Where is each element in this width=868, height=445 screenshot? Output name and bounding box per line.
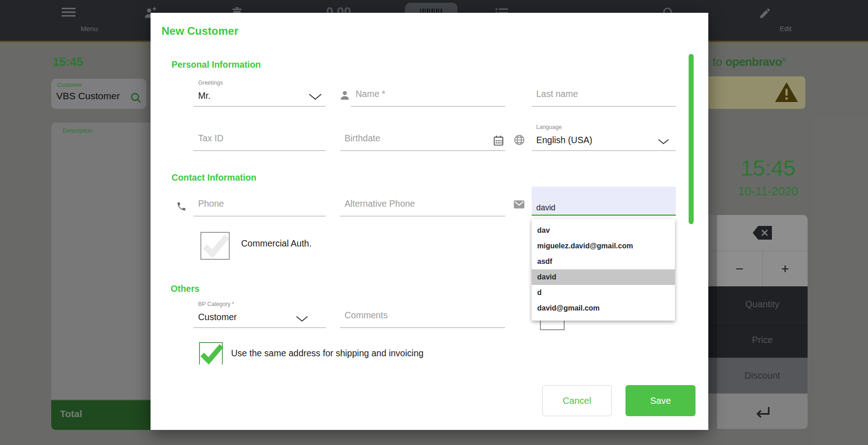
dropdown-item[interactable]: dav — [532, 223, 675, 238]
dialog-scroll-area: Personal Information Greetings Mr. Langu… — [151, 13, 708, 365]
calendar-icon[interactable] — [493, 135, 504, 146]
language-select[interactable]: Language English (USA) — [532, 121, 676, 151]
new-customer-dialog: New Customer Personal Information Greeti… — [151, 13, 708, 430]
person-icon — [339, 90, 350, 101]
dropdown-item[interactable]: asdf — [532, 254, 675, 269]
same-address-label: Use the same address for shipping and in… — [231, 348, 424, 359]
chevron-down-icon — [296, 316, 308, 322]
greetings-select[interactable]: Greetings Mr. — [194, 77, 326, 107]
language-label: Language — [536, 124, 562, 130]
same-address-checkbox[interactable] — [199, 342, 223, 365]
name-field[interactable] — [351, 86, 505, 107]
bp-category-select[interactable]: BP Category * Customer — [194, 298, 326, 328]
section-others: Others — [171, 284, 199, 294]
section-personal-information: Personal Information — [172, 59, 261, 70]
email-autocomplete-dropdown: dav miguelez.david@gmail.com asdf david … — [532, 219, 675, 321]
dropdown-item[interactable]: d — [532, 285, 675, 300]
birthdate-field[interactable] — [340, 130, 505, 151]
email-field-container — [532, 187, 676, 216]
language-value: English (USA) — [536, 135, 592, 145]
phone-field[interactable] — [194, 196, 326, 216]
chevron-down-icon — [658, 139, 669, 145]
commercial-auth-checkbox[interactable] — [200, 232, 230, 260]
email-field[interactable] — [532, 187, 676, 214]
greetings-value: Mr. — [198, 91, 210, 101]
commercial-auth-label: Commercial Auth. — [241, 238, 312, 249]
dialog-scrollbar[interactable] — [689, 54, 694, 224]
last-name-field[interactable] — [532, 86, 676, 107]
comments-field[interactable] — [340, 307, 505, 328]
greetings-label: Greetings — [198, 80, 223, 86]
section-contact-information: Contact Information — [172, 172, 256, 183]
globe-icon — [513, 134, 525, 146]
phone-icon — [176, 201, 187, 212]
bp-category-value: Customer — [198, 312, 237, 322]
cancel-button[interactable]: Cancel — [542, 385, 612, 416]
bp-category-label: BP Category * — [198, 301, 234, 307]
save-button[interactable]: Save — [625, 385, 695, 416]
dropdown-item-highlighted[interactable]: david — [532, 269, 675, 285]
chevron-down-icon — [308, 93, 322, 100]
tax-id-field[interactable] — [194, 130, 326, 151]
dropdown-item[interactable]: miguelez.david@gmail.com — [532, 238, 675, 254]
mail-icon — [513, 200, 525, 209]
alternative-phone-field[interactable] — [340, 196, 505, 216]
dropdown-item[interactable]: david@gmail.com — [532, 300, 675, 316]
